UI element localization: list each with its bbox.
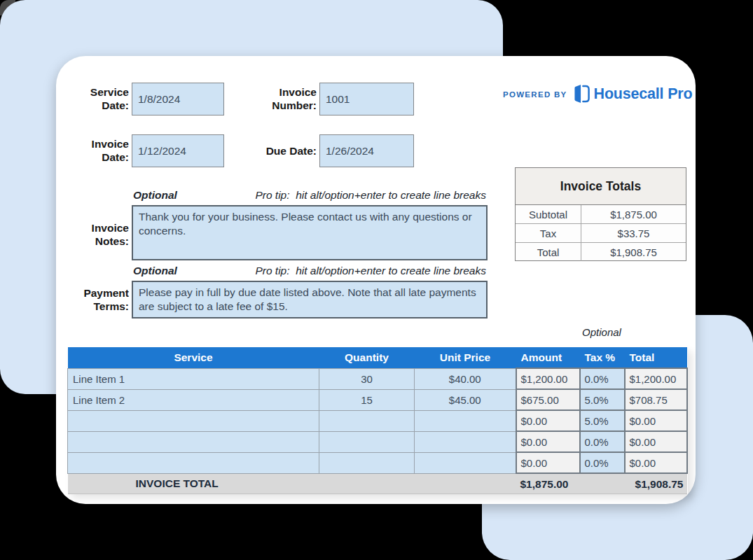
cell-total: $708.75 <box>625 389 687 410</box>
cell-tax[interactable]: 5.0% <box>580 389 625 410</box>
cell-amount: $0.00 <box>516 410 580 431</box>
terms-optional-row: Optional Pro tip: hit alt/option+enter t… <box>132 265 488 277</box>
service-date-value: 1/8/2024 <box>138 93 180 106</box>
invoice-totals-title: Invoice Totals <box>516 168 686 205</box>
invoice-number-label-line1: Invoice <box>219 85 317 99</box>
invoice-number-value: 1001 <box>326 93 350 106</box>
payment-terms-field[interactable]: Please pay in full by due date listed ab… <box>132 281 488 318</box>
invoice-card: Service Date: 1/8/2024 Invoice Number: 1… <box>56 56 696 504</box>
terms-optional-label: Optional <box>133 265 177 277</box>
service-date-field[interactable]: 1/8/2024 <box>132 83 224 115</box>
cell-tax[interactable]: 5.0% <box>580 410 625 431</box>
cell-amount: $675.00 <box>516 389 580 410</box>
cell-quantity[interactable] <box>319 410 415 431</box>
invoice-total-row: INVOICE TOTAL $1,875.00 $1,908.75 <box>68 473 687 494</box>
cell-tax[interactable]: 0.0% <box>580 368 625 389</box>
table-row: $0.00 5.0% $0.00 <box>68 410 687 431</box>
notes-optional-row: Optional Pro tip: hit alt/option+enter t… <box>132 189 488 202</box>
powered-by-housecall-pro-logo: POWERED BY Housecall Pro <box>503 83 692 105</box>
header-unit-price: Unit Price <box>415 347 516 368</box>
cell-unit-price[interactable] <box>415 452 516 473</box>
housecall-pro-door-icon <box>574 84 590 104</box>
invoice-number-label: Invoice Number: <box>219 85 317 112</box>
due-date-label: Due Date: <box>219 144 317 158</box>
tax-label: Tax <box>516 224 581 242</box>
header-service: Service <box>68 347 319 368</box>
cell-total: $1,200.00 <box>625 368 687 389</box>
due-date-field[interactable]: 1/26/2024 <box>319 134 414 167</box>
subtotal-row: Subtotal $1,875.00 <box>516 205 686 224</box>
invoice-date-label: Invoice Date: <box>31 137 129 164</box>
invoice-date-field[interactable]: 1/12/2024 <box>132 134 224 167</box>
cell-tax[interactable]: 0.0% <box>580 452 625 473</box>
cell-total: $0.00 <box>625 410 687 431</box>
notes-optional-label: Optional <box>133 189 177 202</box>
terms-pro-tip: Pro tip: hit alt/option+enter to create … <box>255 265 486 277</box>
due-date-value: 1/26/2024 <box>326 145 374 158</box>
service-date-label-line1: Service <box>31 85 129 99</box>
invoice-notes-label-line2: Notes: <box>31 234 129 248</box>
cell-service[interactable]: Line Item 1 <box>68 368 319 389</box>
tax-column-optional-label: Optional <box>579 326 624 338</box>
invoice-total-spacer <box>580 473 625 494</box>
header-total: Total <box>625 347 687 368</box>
invoice-number-field[interactable]: 1001 <box>319 83 414 115</box>
cell-service[interactable]: Line Item 2 <box>68 389 319 410</box>
cell-unit-price[interactable] <box>415 410 516 431</box>
cell-service[interactable] <box>68 452 319 473</box>
table-row: Line Item 2 15 $45.00 $675.00 5.0% $708.… <box>68 389 687 410</box>
cell-service[interactable] <box>68 431 319 452</box>
invoice-date-value: 1/12/2024 <box>138 145 186 158</box>
total-value: $1,908.75 <box>581 243 686 261</box>
header-tax: Tax % <box>580 347 625 368</box>
table-row: $0.00 0.0% $0.00 <box>68 431 687 452</box>
cell-total: $0.00 <box>625 431 687 452</box>
due-date-label-text: Due Date: <box>219 144 317 158</box>
table-header-row: Service Quantity Unit Price Amount Tax %… <box>68 347 687 368</box>
tax-value: $33.75 <box>581 224 686 242</box>
invoice-totals-box: Invoice Totals Subtotal $1,875.00 Tax $3… <box>515 167 686 261</box>
cell-amount: $1,200.00 <box>516 368 580 389</box>
invoice-notes-label-line1: Invoice <box>31 221 129 234</box>
subtotal-label: Subtotal <box>516 205 581 223</box>
cell-amount: $0.00 <box>516 452 580 473</box>
service-date-label: Service Date: <box>31 85 129 112</box>
cell-unit-price[interactable]: $40.00 <box>415 368 516 389</box>
powered-by-text: POWERED BY <box>503 89 567 99</box>
cell-quantity[interactable]: 15 <box>319 389 415 410</box>
invoice-total-grand: $1,908.75 <box>625 473 687 494</box>
cell-unit-price[interactable]: $45.00 <box>415 389 516 410</box>
line-items-table: Service Quantity Unit Price Amount Tax %… <box>67 347 688 494</box>
invoice-date-label-line2: Date: <box>31 150 129 164</box>
invoice-total-spacer <box>319 473 415 494</box>
cell-tax[interactable]: 0.0% <box>580 431 625 452</box>
cell-quantity[interactable] <box>319 431 415 452</box>
invoice-total-label: INVOICE TOTAL <box>68 473 319 494</box>
cell-quantity[interactable]: 30 <box>319 368 415 389</box>
total-label: Total <box>516 243 581 261</box>
invoice-notes-value: Thank you for your business. Please cont… <box>139 211 472 237</box>
cell-amount: $0.00 <box>516 431 580 452</box>
brand-name-text: Housecall Pro <box>594 85 693 103</box>
payment-terms-value: Please pay in full by due date listed ab… <box>139 286 476 312</box>
invoice-number-label-line2: Number: <box>219 99 317 112</box>
cell-unit-price[interactable] <box>415 431 516 452</box>
table-row: $0.00 0.0% $0.00 <box>68 452 687 473</box>
invoice-total-spacer <box>415 473 516 494</box>
notes-pro-tip: Pro tip: hit alt/option+enter to create … <box>255 189 486 202</box>
tax-row: Tax $33.75 <box>516 224 686 243</box>
invoice-total-amount: $1,875.00 <box>516 473 580 494</box>
invoice-notes-label: Invoice Notes: <box>31 221 129 248</box>
invoice-notes-field[interactable]: Thank you for your business. Please cont… <box>132 205 488 260</box>
cell-service[interactable] <box>68 410 319 431</box>
payment-terms-label-line1: Payment <box>31 286 129 300</box>
total-row-summary: Total $1,908.75 <box>516 243 686 261</box>
payment-terms-label-line2: Terms: <box>31 300 129 313</box>
subtotal-value: $1,875.00 <box>581 205 686 223</box>
invoice-date-label-line1: Invoice <box>31 137 129 150</box>
header-amount: Amount <box>516 347 580 368</box>
cell-total: $0.00 <box>625 452 687 473</box>
header-quantity: Quantity <box>319 347 415 368</box>
cell-quantity[interactable] <box>319 452 415 473</box>
payment-terms-label: Payment Terms: <box>31 286 129 313</box>
